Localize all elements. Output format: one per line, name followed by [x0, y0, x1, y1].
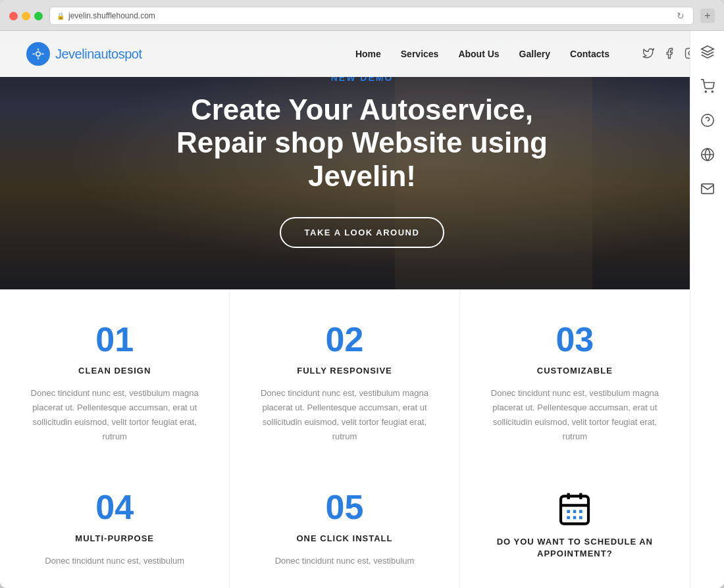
features-row2: 04 MULTI-PURPOSE Donec tincidunt nunc es…	[0, 470, 690, 588]
help-icon[interactable]	[700, 112, 715, 128]
feature-title-4: MULTI-PURPOSE	[26, 533, 203, 543]
features-grid: 01 CLEAN DESIGN Donec tincidunt nunc est…	[0, 289, 690, 470]
feature-number-3: 03	[486, 322, 663, 356]
feature-number-1: 01	[26, 322, 203, 356]
hero-content: NEW DEMO Create Your Autoservice, Repair…	[158, 72, 566, 248]
nav-about[interactable]: About Us	[458, 49, 499, 59]
svg-rect-14	[567, 510, 571, 513]
globe-icon[interactable]	[700, 147, 715, 162]
svg-point-0	[36, 52, 41, 57]
logo-text: Jevelinautospot	[55, 47, 142, 62]
feature-desc-5: Donec tincidunt nunc est, vestibulum	[256, 554, 432, 568]
website-content: Jevelinautospot Home Services About Us G…	[0, 31, 724, 588]
traffic-lights	[9, 12, 43, 20]
feature-title-1: CLEAN DESIGN	[26, 366, 203, 376]
nav-contacts[interactable]: Contacts	[570, 49, 609, 59]
lock-icon: 🔒	[57, 12, 65, 20]
feature-title-2: FULLY RESPONSIVE	[256, 366, 432, 376]
logo-link[interactable]: Jevelinautospot	[26, 42, 142, 66]
hero-title: Create Your Autoservice, Repair shop Web…	[158, 93, 566, 193]
calendar-icon	[556, 490, 593, 527]
browser-window: 🔒 jevelin.shufflehound.com ↻ + Jevelinau…	[0, 0, 724, 588]
address-bar[interactable]: 🔒 jevelin.shufflehound.com ↻	[49, 7, 694, 25]
svg-rect-19	[579, 516, 582, 520]
feature-item-4: 04 MULTI-PURPOSE Donec tincidunt nunc es…	[0, 470, 230, 588]
feature-number-2: 02	[256, 322, 432, 356]
features-section: 01 CLEAN DESIGN Donec tincidunt nunc est…	[0, 289, 724, 588]
twitter-icon[interactable]	[642, 47, 656, 61]
appointment-item: DO YOU WANT TO SCHEDULE AN APPOINTMENT?	[460, 470, 690, 588]
nav-services[interactable]: Services	[401, 49, 439, 59]
svg-marker-3	[701, 46, 713, 52]
feature-item-3: 03 CUSTOMIZABLE Donec tincidunt nunc est…	[460, 289, 690, 470]
maximize-button[interactable]	[34, 12, 43, 20]
feature-title-5: ONE CLICK INSTALL	[256, 533, 432, 543]
feature-title-3: CUSTOMIZABLE	[486, 366, 663, 376]
svg-rect-17	[567, 516, 571, 520]
cart-icon[interactable]	[700, 78, 715, 94]
minimize-button[interactable]	[22, 12, 30, 20]
nav-home[interactable]: Home	[355, 49, 381, 59]
facebook-icon[interactable]	[663, 47, 677, 61]
nav-gallery[interactable]: Gallery	[519, 49, 550, 59]
hero-cta-button[interactable]: TAKE A LOOK AROUND	[280, 217, 445, 248]
mail-icon[interactable]	[700, 181, 715, 197]
navigation: Jevelinautospot Home Services About Us G…	[0, 31, 724, 77]
feature-item-1: 01 CLEAN DESIGN Donec tincidunt nunc est…	[0, 289, 230, 470]
browser-chrome: 🔒 jevelin.shufflehound.com ↻ +	[0, 0, 724, 31]
right-sidebar	[690, 31, 724, 588]
svg-point-6	[701, 114, 713, 126]
reload-button[interactable]: ↻	[675, 10, 686, 22]
svg-rect-15	[573, 510, 577, 513]
nav-links: Home Services About Us Gallery Contacts	[355, 47, 698, 61]
layers-icon[interactable]	[700, 44, 715, 60]
feature-desc-2: Donec tincidunt nunc est, vestibulum mag…	[256, 386, 432, 444]
appointment-title: DO YOU WANT TO SCHEDULE AN APPOINTMENT?	[486, 536, 663, 560]
logo-icon	[26, 42, 50, 66]
feature-number-5: 05	[256, 490, 432, 524]
svg-rect-18	[573, 516, 577, 520]
svg-point-4	[705, 91, 706, 92]
svg-rect-10	[561, 496, 588, 524]
feature-item-2: 02 FULLY RESPONSIVE Donec tincidunt nunc…	[230, 289, 459, 470]
feature-desc-4: Donec tincidunt nunc est, vestibulum	[26, 554, 203, 568]
svg-point-5	[711, 91, 713, 92]
feature-desc-3: Donec tincidunt nunc est, vestibulum mag…	[486, 386, 663, 444]
feature-desc-1: Donec tincidunt nunc est, vestibulum mag…	[26, 386, 203, 444]
url-text: jevelin.shufflehound.com	[68, 11, 155, 20]
new-tab-button[interactable]: +	[700, 9, 715, 23]
feature-item-5: 05 ONE CLICK INSTALL Donec tincidunt nun…	[230, 470, 459, 588]
feature-number-4: 04	[26, 490, 203, 524]
close-button[interactable]	[9, 12, 18, 20]
svg-rect-16	[579, 510, 582, 513]
